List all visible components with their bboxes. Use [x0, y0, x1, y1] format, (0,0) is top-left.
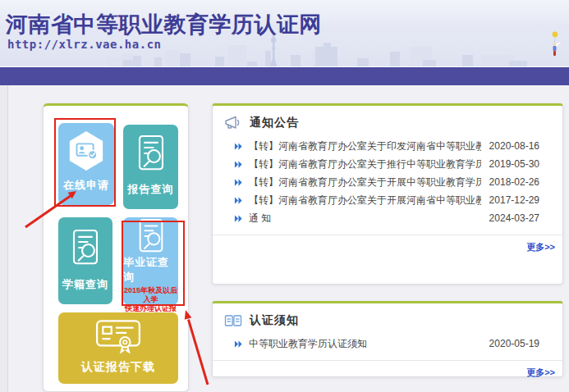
- certificate-icon: [58, 312, 178, 360]
- notice-item[interactable]: 【转】河南省教育厅办公室关于开展河南省中等职业教育学历证书认... 2017-1…: [213, 191, 562, 209]
- tile-diploma-query[interactable]: 毕业证查询 2015年秋及以后入学 快速办理认证报告: [123, 217, 178, 305]
- site-url: http://xlrz.vae.ha.cn: [7, 38, 162, 51]
- notice-item[interactable]: 通 知 2024-03-27: [213, 209, 562, 227]
- double-chevron-icon: [234, 142, 243, 151]
- notice-title[interactable]: 【转】河南省教育厅办公室关于印发河南省中等职业教育学历认证工...: [249, 139, 481, 153]
- notice-item[interactable]: 【转】河南省教育厅办公室关于开展中等职业教育学历证书认证服务... 2018-0…: [213, 173, 562, 191]
- notice-date: 2020-08-16: [489, 140, 539, 152]
- notice-item[interactable]: 【转】河南省教育厅办公室关于印发河南省中等职业教育学历认证工... 2020-0…: [213, 137, 562, 155]
- guide-item[interactable]: 中等职业教育学历认证须知 2020-05-19: [213, 335, 562, 353]
- notices-list: 【转】河南省教育厅办公室关于印发河南省中等职业教育学历认证工... 2020-0…: [213, 137, 562, 227]
- panel-title: 通知公告: [250, 116, 299, 130]
- panel-title: 认证须知: [250, 313, 299, 328]
- document-search-icon: [123, 217, 178, 255]
- tile-report-query[interactable]: 报告查询: [123, 125, 178, 209]
- document-search-icon: [58, 217, 112, 277]
- flying-figure-decoration: [546, 31, 564, 62]
- double-chevron-icon: [234, 178, 243, 187]
- guide-panel: 认证须知 中等职业教育学历认证须知 2020-05-19 更多>>: [212, 301, 563, 377]
- notice-item[interactable]: 【转】河南省教育厅办公室关于推行中等职业教育学历证明书网上办... 2019-0…: [213, 155, 562, 173]
- document-search-icon: [123, 125, 178, 182]
- guide-more-link[interactable]: 更多>>: [526, 367, 555, 379]
- double-chevron-icon: [234, 214, 243, 223]
- guide-panel-header: 认证须知: [213, 303, 562, 333]
- double-chevron-icon: [234, 196, 243, 205]
- notices-panel: 通知公告 【转】河南省教育厅办公室关于印发河南省中等职业教育学历认证工... 2…: [212, 103, 563, 285]
- notices-more-link[interactable]: 更多>>: [526, 241, 555, 253]
- id-card-hexagon-icon: [58, 123, 114, 178]
- megaphone-icon: [224, 116, 242, 130]
- notice-date: 2018-02-26: [489, 176, 539, 188]
- page: 河南省中等职业教育学历认证网 http://xlrz.vae.ha.cn: [0, 0, 569, 392]
- quick-actions-panel: 在线申请 报告查询: [43, 103, 189, 392]
- double-chevron-icon: [234, 160, 243, 169]
- tile-online-application[interactable]: 在线申请: [58, 123, 114, 205]
- tile-label: 报告查询: [128, 182, 174, 209]
- tile-note-line1: 2015年秋及以后入学: [123, 286, 178, 304]
- guide-list: 中等职业教育学历认证须知 2020-05-19: [213, 335, 562, 353]
- notice-title[interactable]: 【转】河南省教育厅办公室关于开展河南省中等职业教育学历证书认...: [249, 194, 481, 207]
- nav-bar: [0, 67, 569, 85]
- tile-label: 在线申请: [63, 178, 109, 205]
- notice-title[interactable]: 【转】河南省教育厅办公室关于推行中等职业教育学历证明书网上办...: [249, 157, 481, 171]
- tile-student-status-query[interactable]: 学籍查询: [58, 217, 112, 304]
- notice-date: 2019-05-30: [489, 158, 539, 170]
- tile-label: 毕业证查询: [123, 255, 178, 286]
- notice-date: 2024-03-27: [489, 212, 539, 224]
- guide-date: 2020-05-19: [489, 338, 539, 349]
- notices-panel-header: 通知公告: [213, 106, 562, 135]
- double-chevron-icon: [234, 340, 243, 349]
- notice-title[interactable]: 【转】河南省教育厅办公室关于开展中等职业教育学历证书认证服务...: [249, 175, 481, 189]
- site-title: 河南省中等职业教育学历认证网: [6, 10, 322, 39]
- tile-label: 学籍查询: [62, 277, 108, 304]
- tile-report-download[interactable]: 认证报告下载: [58, 312, 178, 384]
- page-left-edge: [0, 85, 8, 392]
- open-book-icon: [224, 314, 242, 327]
- tile-label: 认证报告下载: [81, 360, 155, 384]
- notice-date: 2017-12-29: [489, 194, 539, 206]
- guide-title-text[interactable]: 中等职业教育学历认证须知: [249, 337, 481, 351]
- notice-title[interactable]: 通 知: [249, 212, 481, 226]
- site-header: 河南省中等职业教育学历认证网 http://xlrz.vae.ha.cn: [0, 0, 569, 67]
